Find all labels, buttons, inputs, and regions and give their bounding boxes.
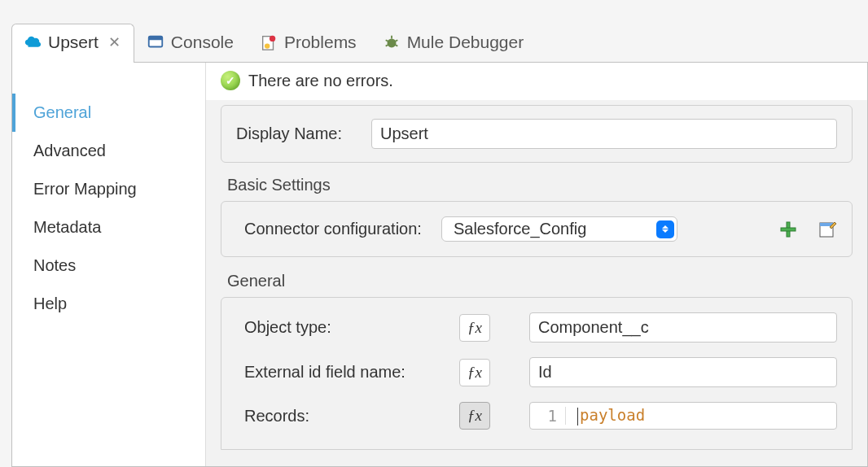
success-check-icon bbox=[221, 71, 240, 90]
records-fx-button[interactable]: ƒx bbox=[459, 402, 490, 430]
close-icon[interactable]: ✕ bbox=[108, 33, 121, 51]
records-line-number: 1 bbox=[530, 407, 566, 425]
sidebar-item-label: Advanced bbox=[33, 142, 106, 159]
general-section-group: Object type: ƒx External id field name: … bbox=[221, 297, 853, 450]
records-editor[interactable]: 1 payload bbox=[529, 402, 837, 430]
properties-panel: General Advanced Error Mapping Metadata … bbox=[11, 62, 868, 467]
basic-settings-title: Basic Settings bbox=[227, 176, 853, 194]
tab-debugger-label: Mule Debugger bbox=[407, 33, 524, 52]
display-name-label: Display Name: bbox=[236, 124, 358, 143]
tab-debugger[interactable]: Mule Debugger bbox=[370, 24, 538, 62]
sidebar-item-error-mapping[interactable]: Error Mapping bbox=[12, 170, 205, 208]
status-message: There are no errors. bbox=[248, 72, 393, 90]
sidebar-item-metadata[interactable]: Metadata bbox=[12, 208, 205, 247]
console-icon bbox=[147, 33, 164, 51]
records-code: payload bbox=[580, 406, 645, 424]
sidebar-item-label: Notes bbox=[33, 256, 76, 274]
cursor-caret-icon bbox=[577, 408, 578, 426]
object-type-label: Object type: bbox=[244, 318, 448, 337]
sidebar-item-general[interactable]: General bbox=[12, 94, 205, 132]
basic-settings-group: Connector configuration: Salesforce_Conf… bbox=[221, 201, 853, 257]
svg-point-5 bbox=[387, 38, 396, 47]
add-config-button[interactable] bbox=[778, 220, 798, 239]
sidebar: General Advanced Error Mapping Metadata … bbox=[12, 63, 206, 466]
salesforce-cloud-icon bbox=[24, 33, 42, 51]
select-stepper-icon bbox=[656, 220, 674, 238]
display-name-group: Display Name: bbox=[221, 105, 853, 163]
tab-console[interactable]: Console bbox=[134, 24, 248, 62]
object-type-fx-button[interactable]: ƒx bbox=[459, 314, 490, 342]
problems-icon bbox=[260, 33, 278, 51]
tab-problems-label: Problems bbox=[284, 33, 357, 52]
content-area: There are no errors. Display Name: Basic… bbox=[206, 63, 867, 466]
svg-point-3 bbox=[270, 36, 275, 41]
tab-upsert[interactable]: Upsert ✕ bbox=[11, 24, 134, 62]
sidebar-item-notes[interactable]: Notes bbox=[12, 247, 205, 285]
tab-upsert-label: Upsert bbox=[48, 33, 99, 52]
connector-config-label: Connector configuration: bbox=[244, 220, 422, 238]
sidebar-item-advanced[interactable]: Advanced bbox=[12, 132, 205, 170]
sidebar-item-label: Help bbox=[33, 295, 67, 312]
general-section-title: General bbox=[227, 272, 853, 290]
edit-config-button[interactable] bbox=[818, 220, 837, 239]
external-id-input[interactable] bbox=[529, 357, 837, 387]
display-name-input[interactable] bbox=[371, 119, 837, 149]
object-type-input[interactable] bbox=[529, 312, 837, 343]
sidebar-item-label: General bbox=[33, 103, 91, 121]
tab-problems[interactable]: Problems bbox=[248, 24, 370, 62]
external-id-fx-button[interactable]: ƒx bbox=[459, 359, 490, 386]
svg-rect-12 bbox=[781, 228, 796, 231]
connector-config-select[interactable]: Salesforce_Config bbox=[441, 216, 677, 242]
edit-note-icon bbox=[818, 220, 836, 238]
plus-icon bbox=[779, 220, 797, 238]
sidebar-item-label: Metadata bbox=[33, 218, 101, 236]
external-id-label: External id field name: bbox=[244, 363, 448, 382]
records-label: Records: bbox=[244, 407, 448, 426]
sidebar-item-help[interactable]: Help bbox=[12, 285, 205, 323]
tabstrip: Upsert ✕ Console Problems Mule Debugger bbox=[11, 15, 868, 62]
bug-icon bbox=[383, 33, 401, 51]
sidebar-item-label: Error Mapping bbox=[33, 180, 137, 198]
tab-console-label: Console bbox=[171, 33, 234, 52]
svg-point-4 bbox=[265, 43, 270, 48]
connector-config-value: Salesforce_Config bbox=[454, 220, 586, 238]
status-row: There are no errors. bbox=[206, 63, 867, 100]
svg-rect-1 bbox=[149, 37, 163, 41]
